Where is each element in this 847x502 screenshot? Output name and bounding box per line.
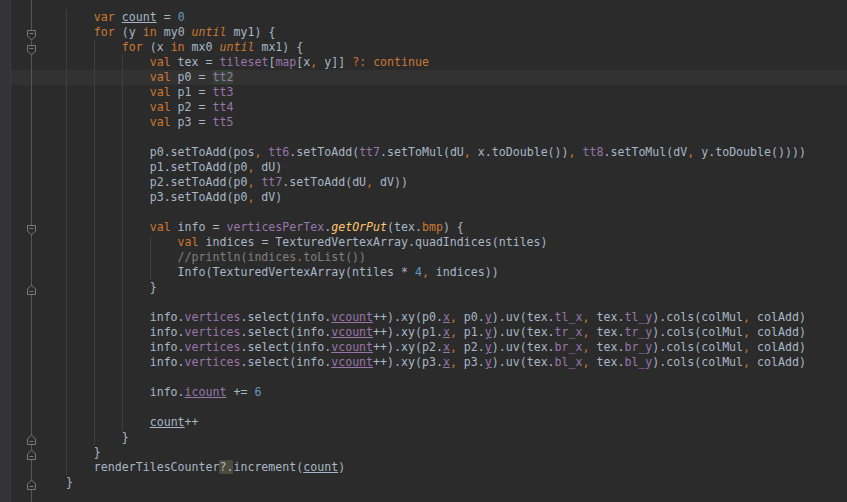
code-token: x: [443, 310, 450, 324]
code-line[interactable]: val p3 = tt5: [38, 115, 847, 130]
code-line[interactable]: [38, 490, 847, 502]
fold-end-icon[interactable]: [26, 446, 37, 458]
code-line[interactable]: }: [38, 445, 847, 460]
code-token: val: [150, 55, 171, 69]
code-token: p1.: [457, 325, 485, 339]
fold-start-icon[interactable]: [26, 26, 37, 38]
code-line[interactable]: info.vertices.select(info.vcount++).xy(p…: [38, 310, 847, 325]
code-token: }: [38, 445, 101, 459]
code-token: [38, 235, 178, 249]
code-token: }: [38, 430, 129, 444]
code-token: tr_x: [555, 325, 583, 339]
code-token: tex.: [590, 325, 625, 339]
code-token: verticesPerTex: [226, 220, 324, 234]
code-line[interactable]: info.icount += 6: [38, 385, 847, 400]
code-token: tileset: [220, 55, 269, 69]
code-token: tt7: [359, 145, 380, 159]
code-line[interactable]: [38, 400, 847, 415]
code-line[interactable]: renderTilesCounter?.increment(count): [38, 460, 847, 475]
code-line[interactable]: var count = 0: [38, 10, 847, 25]
code-line[interactable]: val indices = TexturedVertexArray.quadIn…: [38, 235, 847, 250]
code-token: getOrPut: [331, 220, 387, 234]
code-line[interactable]: [38, 205, 847, 220]
code-token: ,: [743, 355, 750, 369]
code-line[interactable]: }: [38, 430, 847, 445]
code-token: ,: [743, 310, 750, 324]
code-line[interactable]: val p1 = tt3: [38, 85, 847, 100]
code-token: [38, 220, 150, 234]
code-token: indices = TexturedVertexArray.quadIndice…: [199, 235, 548, 249]
code-token: tt2: [213, 70, 234, 84]
code-token: for: [94, 25, 115, 39]
code-token: tt7: [261, 175, 282, 189]
code-line[interactable]: p2.setToAdd(p0, tt7.setToAdd(dU, dV)): [38, 175, 847, 190]
code-token: val: [178, 235, 199, 249]
code-token: [x: [296, 55, 310, 69]
code-token: indices)): [429, 265, 499, 279]
code-token: y: [485, 355, 492, 369]
code-line[interactable]: val info = verticesPerTex.getOrPut(tex.b…: [38, 220, 847, 235]
code-line[interactable]: [38, 370, 847, 385]
code-token: dU): [254, 160, 282, 174]
code-token: ,: [743, 340, 750, 354]
code-token: ,: [464, 145, 471, 159]
fold-line: [31, 0, 32, 502]
code-line[interactable]: Info(TexturedVertexArray(ntiles * 4, ind…: [38, 265, 847, 280]
code-line[interactable]: }: [38, 280, 847, 295]
code-token: [38, 85, 150, 99]
code-line[interactable]: count++: [38, 415, 847, 430]
code-token: tt5: [213, 115, 234, 129]
code-token: [576, 145, 583, 159]
code-line[interactable]: [38, 295, 847, 310]
code-token: mx0: [185, 40, 220, 54]
code-token: vcount: [331, 310, 373, 324]
code-line[interactable]: }: [38, 475, 847, 490]
fold-end-icon[interactable]: [26, 281, 37, 293]
code-line[interactable]: info.vertices.select(info.vcount++).xy(p…: [38, 340, 847, 355]
code-line[interactable]: //println(indices.toList()): [38, 250, 847, 265]
code-token: x.toDouble()): [471, 145, 569, 159]
code-line[interactable]: for (x in mx0 until mx1) {: [38, 40, 847, 55]
code-line[interactable]: val p0 = tt2: [38, 70, 847, 85]
code-token: ,: [583, 310, 590, 324]
fold-end-icon[interactable]: [26, 431, 37, 443]
code-token: icount: [185, 385, 227, 399]
code-token: increment(: [233, 460, 303, 474]
code-token: p3.: [457, 355, 485, 369]
code-token: ,: [743, 325, 750, 339]
code-token: br_y: [624, 340, 652, 354]
code-line[interactable]: for (y in my0 until my1) {: [38, 25, 847, 40]
code-line[interactable]: p3.setToAdd(p0, dV): [38, 190, 847, 205]
code-area[interactable]: var count = 0 for (y in my0 until my1) {…: [38, 10, 847, 502]
code-line[interactable]: info.vertices.select(info.vcount++).xy(p…: [38, 325, 847, 340]
code-token: p1 =: [171, 85, 213, 99]
code-token: ,: [569, 145, 576, 159]
code-token: ?:: [352, 55, 366, 69]
code-token: y: [485, 325, 492, 339]
code-token: tex.: [590, 340, 625, 354]
code-line[interactable]: p1.setToAdd(p0, dU): [38, 160, 847, 175]
code-token: bl_y: [624, 355, 652, 369]
code-token: 6: [254, 385, 261, 399]
fold-end-icon[interactable]: [26, 476, 37, 488]
code-token: Info(TexturedVertexArray(ntiles *: [38, 265, 415, 279]
code-token: ++).xy(p3.: [373, 355, 443, 369]
code-line[interactable]: val p2 = tt4: [38, 100, 847, 115]
code-line[interactable]: info.vertices.select(info.vcount++).xy(p…: [38, 355, 847, 370]
code-token: ).uv(tex.: [492, 340, 555, 354]
code-token: 4: [415, 265, 422, 279]
code-line[interactable]: val tex = tileset[map[x, y]] ?: continue: [38, 55, 847, 70]
fold-start-icon[interactable]: [26, 41, 37, 53]
code-token: until: [192, 25, 227, 39]
code-token: (y: [115, 25, 143, 39]
code-token: until: [220, 40, 255, 54]
code-token: //println(indices.toList()): [178, 250, 366, 264]
fold-start-icon[interactable]: [26, 221, 37, 233]
code-line[interactable]: p0.setToAdd(pos, tt6.setToAdd(tt7.setToM…: [38, 145, 847, 160]
code-token: }: [38, 475, 73, 489]
code-token: 0: [178, 10, 185, 24]
code-line[interactable]: [38, 130, 847, 145]
code-token: info.: [38, 340, 185, 354]
code-token: ++).xy(p1.: [373, 325, 443, 339]
code-token: .setToAdd(dU: [282, 175, 366, 189]
